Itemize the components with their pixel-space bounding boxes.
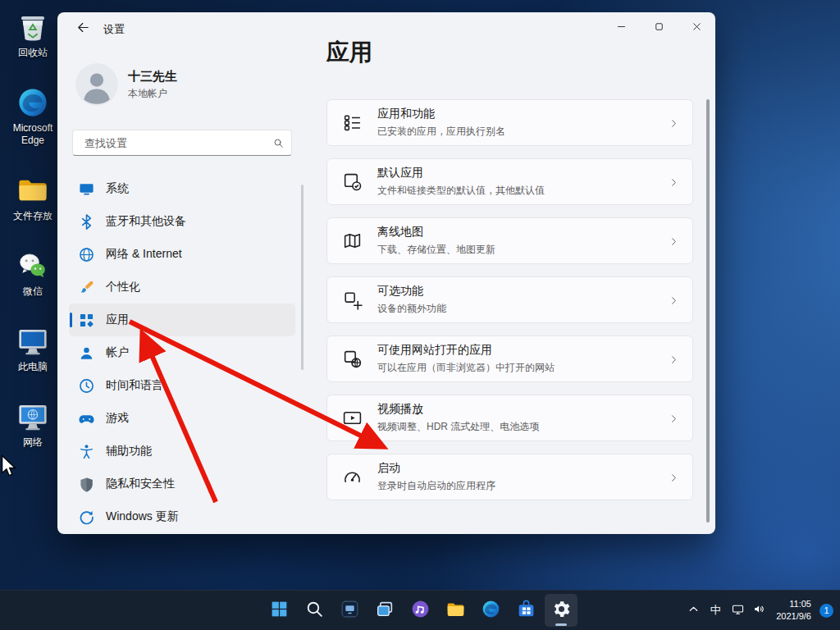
sidebar-nav: 系统蓝牙和其他设备网络 & Internet个性化应用帐户时间和语言游戏辅助功能…: [69, 172, 295, 533]
desktop-icon-list: 回收站Microsoft Edge文件存放微信此电脑网络: [5, 10, 61, 449]
sidebar-item-apps[interactable]: 应用: [69, 304, 295, 336]
settings-card-video-playback[interactable]: 视频播放视频调整、HDR 流式处理、电池选项: [326, 395, 693, 441]
recycle-bin-icon: [15, 10, 51, 44]
mouse-cursor: [0, 454, 16, 477]
maximize-button[interactable]: [640, 12, 678, 43]
taskbar-search-button[interactable]: [298, 594, 331, 627]
sidebar-item-label: 时间和语言: [106, 378, 163, 393]
default-apps-icon: [342, 171, 363, 192]
taskbar-icons: [262, 594, 578, 627]
pinned-app-purple[interactable]: [404, 594, 436, 627]
video-playback-icon: [342, 408, 363, 428]
apps-websites-icon: [342, 349, 363, 369]
pinned-app-dark[interactable]: [333, 594, 366, 627]
chevron-right-icon: [669, 117, 679, 128]
sidebar-item-gaming[interactable]: 游戏: [69, 402, 295, 435]
search-box: [72, 130, 292, 156]
maximize-icon: [653, 21, 665, 35]
accounts-icon: [79, 345, 94, 361]
account-type: 本地帐户: [128, 87, 177, 101]
account-name: 十三先生: [128, 69, 177, 84]
sidebar-scrollbar[interactable]: [301, 185, 304, 370]
card-title: 默认应用: [377, 166, 545, 180]
chevron-right-icon: [669, 235, 679, 246]
edge-button[interactable]: [474, 594, 507, 627]
card-title: 可选功能: [377, 284, 446, 299]
ime-indicator[interactable]: 中: [704, 596, 727, 625]
sidebar-item-personalization[interactable]: 个性化: [69, 271, 295, 304]
settings-card-apps-features[interactable]: 应用和功能已安装的应用，应用执行别名: [326, 99, 693, 146]
search-icon: [272, 137, 285, 149]
tray-time: 11:05: [776, 598, 811, 610]
desktop-icon-label: 此电脑: [18, 361, 48, 373]
window-controls: [602, 12, 715, 43]
tray-clock[interactable]: 11:05 2021/9/6: [769, 598, 818, 623]
sidebar-item-time[interactable]: 时间和语言: [69, 369, 295, 402]
desktop-icon-recycle-bin[interactable]: 回收站: [5, 10, 61, 59]
chevron-up-icon: [687, 602, 701, 619]
chevron-right-icon: [669, 413, 679, 423]
settings-card-startup[interactable]: 启动登录时自动启动的应用程序: [326, 454, 693, 500]
desktop-icon-network-pc[interactable]: 网络: [5, 399, 61, 449]
back-icon: [76, 21, 90, 37]
search-input[interactable]: [83, 136, 272, 150]
start-button[interactable]: [262, 594, 295, 627]
chevron-right-icon: [669, 354, 679, 364]
card-title: 应用和功能: [377, 107, 505, 121]
file-explorer-button[interactable]: [439, 594, 472, 627]
person-icon: [75, 94, 118, 106]
sidebar-item-label: 网络 & Internet: [106, 247, 182, 262]
sidebar-item-label: 辅助功能: [106, 444, 152, 459]
main-scrollbar[interactable]: [706, 99, 710, 523]
store-button[interactable]: [509, 594, 542, 627]
settings-card-default-apps[interactable]: 默认应用文件和链接类型的默认值，其他默认值: [326, 158, 693, 205]
gaming-icon: [79, 411, 94, 427]
start-icon: [269, 599, 290, 623]
task-view-button[interactable]: [368, 594, 401, 627]
settings-card-list: 应用和功能已安装的应用，应用执行别名默认应用文件和链接类型的默认值，其他默认值离…: [326, 99, 693, 513]
account-section[interactable]: 十三先生 本地帐户: [75, 63, 177, 106]
time-icon: [79, 378, 94, 394]
apps-icon: [79, 313, 94, 328]
chevron-right-icon: [669, 472, 679, 482]
offline-maps-icon: [342, 231, 363, 251]
pinned-app-dark-icon: [340, 599, 360, 623]
card-subtitle: 设备的额外功能: [377, 302, 446, 316]
card-subtitle: 下载、存储位置、地图更新: [377, 243, 495, 257]
desktop-icon-folder[interactable]: 文件存放: [5, 173, 61, 222]
sidebar-item-accounts[interactable]: 帐户: [69, 336, 295, 369]
sidebar-item-bluetooth[interactable]: 蓝牙和其他设备: [69, 205, 295, 238]
startup-icon: [342, 467, 363, 487]
desktop-icon-wechat[interactable]: 微信: [5, 249, 61, 298]
bluetooth-icon: [79, 214, 94, 230]
desktop-icon-edge[interactable]: Microsoft Edge: [5, 85, 61, 147]
page-title: 应用: [326, 37, 372, 68]
card-subtitle: 登录时自动启动的应用程序: [377, 479, 495, 493]
settings-card-offline-maps[interactable]: 离线地图下载、存储位置、地图更新: [326, 217, 693, 264]
sidebar-item-update[interactable]: Windows 更新: [69, 500, 295, 533]
sidebar-item-system[interactable]: 系统: [69, 172, 295, 205]
minimize-button[interactable]: [602, 12, 640, 43]
network-icon: [731, 602, 745, 619]
sidebar-item-label: 应用: [106, 313, 129, 327]
card-subtitle: 视频调整、HDR 流式处理、电池选项: [377, 420, 539, 434]
sidebar-item-accessibility[interactable]: 辅助功能: [69, 435, 295, 468]
personalization-icon: [79, 280, 94, 295]
notification-badge[interactable]: 1: [819, 604, 833, 618]
sidebar-item-network[interactable]: 网络 & Internet: [69, 238, 295, 271]
settings-card-apps-websites[interactable]: 可使用网站打开的应用可以在应用（而非浏览器）中打开的网站: [326, 336, 693, 382]
close-button[interactable]: [678, 12, 715, 43]
settings-button[interactable]: [545, 594, 578, 627]
desktop: 回收站Microsoft Edge文件存放微信此电脑网络 设置 十三先生 本地帐…: [0, 0, 840, 630]
store-icon: [516, 599, 536, 623]
sidebar-item-label: Windows 更新: [106, 509, 179, 524]
search-icon: [304, 599, 325, 623]
back-button[interactable]: [69, 17, 97, 40]
tray-chevron-up[interactable]: [682, 596, 704, 625]
window-title: 设置: [103, 22, 125, 37]
network-tray-icon[interactable]: [727, 596, 748, 625]
settings-card-optional-features[interactable]: 可选功能设备的额外功能: [326, 276, 693, 323]
desktop-icon-this-pc[interactable]: 此电脑: [5, 324, 61, 373]
volume-tray-icon[interactable]: [748, 596, 769, 625]
sidebar-item-privacy[interactable]: 隐私和安全性: [69, 468, 295, 500]
